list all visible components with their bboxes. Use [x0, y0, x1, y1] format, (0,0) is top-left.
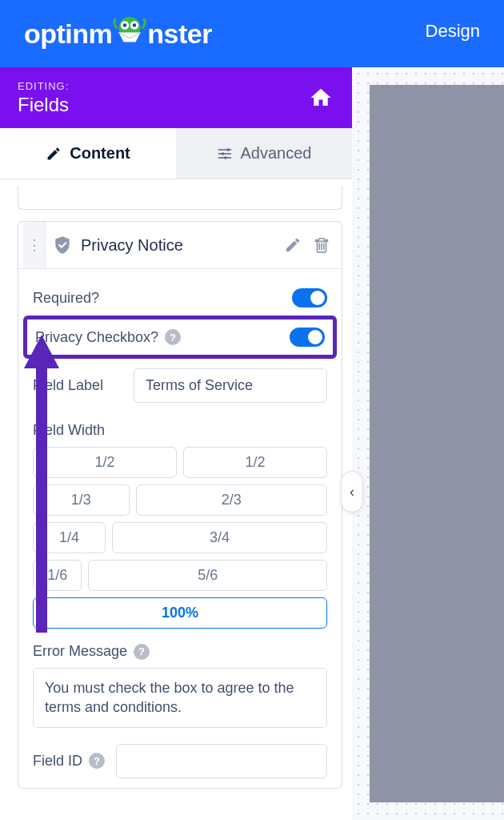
drag-handle[interactable]: ⋮ — [23, 222, 46, 268]
width-1-6[interactable]: 1/6 — [33, 560, 82, 591]
width-1-2-b[interactable]: 1/2 — [183, 447, 327, 478]
error-message-label: Error Message — [33, 643, 127, 660]
pencil-icon — [46, 146, 62, 162]
privacy-checkbox-toggle[interactable] — [290, 328, 325, 347]
edit-icon[interactable] — [284, 236, 302, 254]
editing-title: Fields — [18, 94, 69, 116]
editor-panel: EDITING: Fields Content Advanced — [0, 67, 352, 820]
mascot-icon — [110, 14, 149, 53]
width-2-3[interactable]: 2/3 — [136, 484, 327, 516]
width-3-4[interactable]: 3/4 — [112, 522, 327, 553]
row-required: Required? — [33, 280, 327, 316]
field-width-options: 1/2 1/2 1/3 2/3 1/4 3/4 1/6 — [33, 447, 327, 629]
privacy-checkbox-label: Privacy Checkbox? — [35, 329, 158, 346]
required-toggle[interactable] — [292, 288, 327, 308]
field-title: Privacy Notice — [81, 236, 284, 255]
panel-collapse-button[interactable]: ‹ — [341, 471, 363, 512]
field-card-privacy-notice: ⋮ Privacy Notice Required — [18, 221, 342, 789]
tab-content[interactable]: Content — [0, 128, 176, 179]
width-1-3[interactable]: 1/3 — [33, 484, 130, 516]
campaign-preview[interactable] — [370, 85, 504, 802]
field-id-input[interactable] — [116, 744, 327, 778]
editing-header: EDITING: Fields — [0, 67, 352, 128]
row-privacy-checkbox: Privacy Checkbox? ? — [35, 320, 325, 355]
svg-point-4 — [133, 23, 137, 27]
home-icon[interactable] — [307, 86, 334, 110]
chevron-left-icon: ‹ — [350, 484, 354, 500]
editing-label: EDITING: — [18, 80, 69, 92]
required-label: Required? — [33, 290, 99, 307]
width-1-4[interactable]: 1/4 — [33, 522, 106, 553]
privacy-checkbox-highlight: Privacy Checkbox? ? — [23, 316, 337, 359]
svg-point-3 — [123, 23, 127, 27]
canvas-area: ‹ — [352, 67, 504, 820]
field-id-label: Field ID — [33, 753, 82, 770]
width-5-6[interactable]: 5/6 — [88, 560, 327, 591]
field-card-header: ⋮ Privacy Notice — [18, 222, 342, 269]
sliders-icon — [217, 146, 233, 162]
top-bar: optinm nster Design — [0, 0, 504, 67]
svg-point-6 — [221, 152, 223, 155]
field-width-label: Field Width — [33, 408, 327, 447]
row-field-label: Field Label — [33, 359, 327, 408]
svg-point-7 — [224, 156, 226, 159]
panel-scroll[interactable]: ⋮ Privacy Notice Required — [0, 179, 352, 820]
drag-dots-icon: ⋮ — [27, 243, 42, 247]
tab-advanced[interactable]: Advanced — [176, 128, 352, 179]
width-1-2-a[interactable]: 1/2 — [33, 447, 177, 478]
panel-tabs: Content Advanced — [0, 128, 352, 179]
brand-text-pre: optinm — [24, 18, 112, 50]
shield-check-icon — [52, 235, 73, 255]
error-message-input[interactable]: You must check the box to agree to the t… — [33, 668, 327, 728]
brand-text-post: nster — [147, 18, 212, 50]
trash-icon[interactable] — [313, 236, 330, 254]
help-icon[interactable]: ? — [165, 329, 181, 345]
field-label-label: Field Label — [33, 377, 122, 394]
row-field-id: Field ID ? — [33, 728, 327, 783]
help-icon[interactable]: ? — [89, 753, 105, 769]
previous-field-stub — [18, 186, 342, 210]
field-label-input[interactable] — [134, 368, 327, 403]
help-icon[interactable]: ? — [134, 644, 150, 660]
width-100[interactable]: 100% — [33, 597, 327, 629]
tab-design[interactable]: Design — [426, 21, 480, 46]
svg-point-5 — [226, 148, 229, 151]
brand-logo: optinm nster — [24, 14, 212, 53]
